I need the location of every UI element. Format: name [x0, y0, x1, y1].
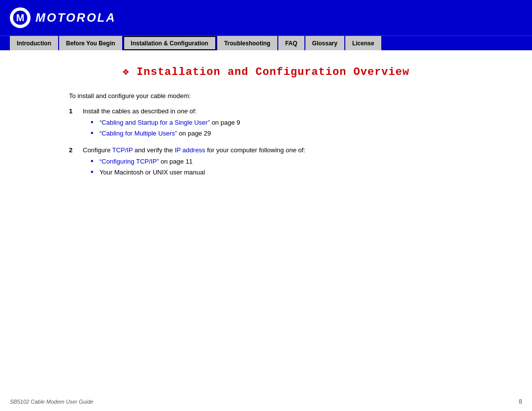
- step-2-text-middle1: and verify the: [133, 146, 174, 154]
- step-1-bullets: • “Cabling and Startup for a Single User…: [91, 119, 240, 137]
- step-1: 1 Install the cables as described in one…: [69, 107, 502, 141]
- main-content: Installation and Configuration Overview …: [0, 50, 532, 392]
- step-1-text: Install the cables as described in one o…: [83, 107, 197, 115]
- footer-left: SB5102 Cable Modem User Guide: [10, 399, 93, 405]
- bullet-1-1: • “Cabling and Startup for a Single User…: [91, 119, 240, 127]
- step-2-number: 2: [69, 146, 79, 154]
- link-configuring-tcp-ip[interactable]: “Configuring TCP/IP”: [100, 158, 159, 165]
- footer-page-number: 8: [519, 398, 522, 405]
- bullet-dot-1-2: •: [91, 129, 100, 137]
- title-text: Installation and Configuration Overview: [136, 66, 409, 78]
- bullet-2-1: • “Configuring TCP/IP” on page 11: [91, 158, 305, 166]
- nav-item-installation-configuration[interactable]: Installation & Configuration: [123, 36, 216, 50]
- bullet-dot-2-2: •: [91, 168, 100, 176]
- nav-bar: Introduction Before You Begin Installati…: [0, 35, 532, 50]
- intro-text: To install and configure your cable mode…: [69, 92, 502, 100]
- bullet-1-1-plain: on page 9: [210, 119, 240, 126]
- link-tcp-ip[interactable]: TCP/IP: [112, 146, 133, 154]
- bullet-2-1-plain: on page 11: [159, 158, 193, 165]
- nav-item-glossary[interactable]: Glossary: [305, 36, 344, 50]
- step-1-number: 1: [69, 107, 79, 115]
- bullet-2-1-text: “Configuring TCP/IP” on page 11: [100, 158, 193, 165]
- footer: SB5102 Cable Modem User Guide 8: [0, 392, 532, 411]
- bullet-dot-2-1: •: [91, 157, 100, 166]
- header-banner: M MOTOROLA: [0, 0, 532, 35]
- step-2: 2 Configure TCP/IP and verify the IP add…: [69, 146, 502, 180]
- step-2-text-prefix: Configure: [83, 146, 112, 154]
- nav-item-license[interactable]: License: [345, 36, 381, 50]
- bullet-1-2: • “Cabling for Multiple Users” on page 2…: [91, 130, 240, 137]
- logo-text: MOTOROLA: [35, 11, 116, 25]
- step-1-text-prefix: Install the cables as described in: [83, 107, 177, 115]
- page-wrapper: M MOTOROLA Introduction Before You Begin…: [0, 0, 532, 411]
- step-2-bullets: • “Configuring TCP/IP” on page 11 • Your…: [91, 158, 305, 176]
- step-2-text-italic: one: [286, 146, 297, 154]
- link-cabling-multiple-users[interactable]: “Cabling for Multiple Users”: [100, 130, 177, 137]
- bullet-2-2-plain: Your Macintosh or UNIX user manual: [100, 169, 205, 176]
- nav-item-before-you-begin[interactable]: Before You Begin: [59, 36, 122, 50]
- motorola-logo: M MOTOROLA: [10, 7, 116, 28]
- nav-item-introduction[interactable]: Introduction: [10, 36, 58, 50]
- motorola-logo-circle: M: [10, 7, 31, 28]
- bullet-1-2-plain: on page 29: [177, 130, 211, 137]
- bullet-2-2: • Your Macintosh or UNIX user manual: [91, 169, 305, 176]
- step-2-text-middle2: for your computer following: [205, 146, 286, 154]
- svg-text:M: M: [16, 12, 25, 23]
- link-ip-address[interactable]: IP address: [175, 146, 205, 154]
- step-1-text-suffix: of:: [188, 107, 197, 115]
- steps-list: 1 Install the cables as described in one…: [69, 107, 502, 180]
- bullet-dot-1-1: •: [91, 118, 100, 127]
- link-cabling-single-user[interactable]: “Cabling and Startup for a Single User”: [100, 119, 210, 126]
- step-1-text-italic: one: [177, 107, 188, 115]
- nav-item-faq[interactable]: FAQ: [278, 36, 304, 50]
- step-2-text-suffix: of:: [297, 146, 305, 154]
- bullet-1-1-text: “Cabling and Startup for a Single User” …: [100, 119, 240, 126]
- page-title: Installation and Configuration Overview: [30, 65, 502, 78]
- nav-item-troubleshooting[interactable]: Troubleshooting: [217, 36, 277, 50]
- step-2-text: Configure TCP/IP and verify the IP addre…: [83, 146, 305, 154]
- bullet-1-2-text: “Cabling for Multiple Users” on page 29: [100, 130, 211, 137]
